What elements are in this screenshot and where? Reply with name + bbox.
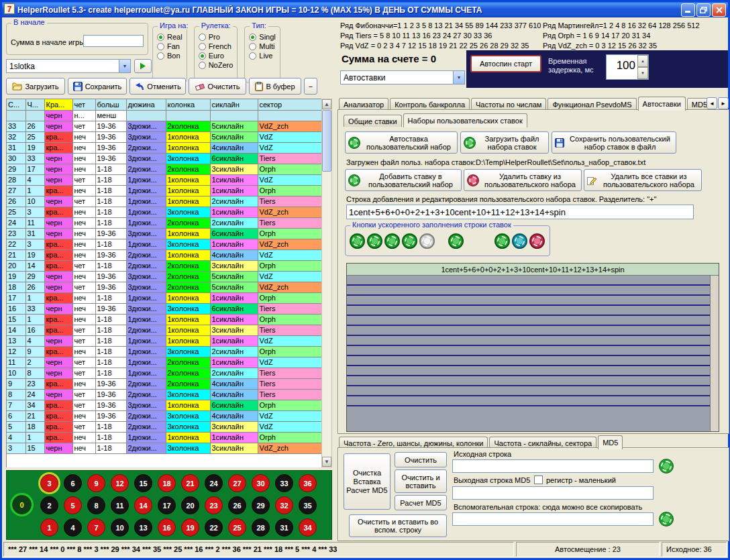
table-row[interactable]: 41кра...неч1-181дюжи...1колонка1сиклайнO… [7,432,321,443]
clear-paste-calc-button[interactable]: Очистка Вставка Расчет MD5 [344,453,390,510]
board-number-19[interactable]: 19 [181,518,199,537]
board-number-27[interactable]: 27 [228,474,246,492]
load-button[interactable]: Загрузить [6,78,65,95]
md5-calc-button[interactable]: Расчет MD5 [395,495,447,510]
clear-button[interactable]: Очистить [189,78,246,95]
quick-chip-3[interactable] [384,233,400,249]
board-number-20[interactable]: 20 [181,496,199,514]
quick-chip-2[interactable] [367,233,382,249]
board-number-22[interactable]: 22 [205,518,223,537]
delay-value[interactable]: 100 [607,55,637,79]
stake-list-row[interactable] [347,326,719,336]
aux-string-input[interactable] [452,512,654,526]
table-row[interactable]: 108чернчет1-181дюжи...2колонка2сиклайнTi… [7,368,321,378]
column-header[interactable]: колонка [166,99,210,110]
stake-list-row[interactable] [347,276,719,286]
table-row[interactable]: 3033черннеч19-363дюжи...3колонка6сиклайн… [7,153,321,164]
board-number-25[interactable]: 25 [228,518,246,537]
md5-output-input[interactable] [452,486,654,500]
slot-combo[interactable]: 1slotka ▼ [6,59,131,73]
stake-list-row[interactable] [347,366,719,376]
radio-live[interactable]: Live [249,52,275,60]
tab-md5-bottom[interactable]: MD5 [598,435,623,449]
column-header[interactable]: сектор [258,99,321,110]
quick-chip-5[interactable] [419,233,435,249]
tabs-scroll-left-button[interactable]: ◄ [707,97,717,109]
board-number-21[interactable]: 21 [181,474,199,492]
board-number-9[interactable]: 9 [87,474,105,492]
stake-list-row[interactable] [347,306,719,316]
board-number-3[interactable]: 3 [40,474,58,492]
table-row[interactable]: 284чернчет1-181дюжи...1колонка1сиклайнVd… [7,174,321,185]
tab-number-frequencies[interactable]: Частоты по числам [471,98,546,110]
stake-list-row[interactable] [347,346,719,356]
table-row[interactable]: 134чернчет1-181дюжи...1колонка1сиклайнVd… [7,335,321,346]
save-button[interactable]: Сохранить [68,78,127,95]
stake-list-row[interactable] [347,316,719,326]
table-row[interactable]: 2014кра...чет1-182дюжи...2колонка3сиклай… [7,260,321,271]
table-row[interactable]: 1416кра...чет1-182дюжи...1колонка3сиклай… [7,325,321,335]
column-header[interactable]: больш [95,99,126,110]
lowercase-checkbox[interactable] [534,475,543,484]
titlebar[interactable]: 7 HelperRoullet 5.3- create helperroulle… [2,2,728,17]
board-number-12[interactable]: 12 [111,474,129,492]
spinner-down-button[interactable]: ▼ [637,67,648,79]
copy-aux-button[interactable] [659,512,674,526]
table-row[interactable]: 253кра...неч1-181дюжи...3колонка1сиклайн… [7,207,321,217]
table-scrollbar[interactable]: ▲ ▼ [321,99,332,467]
stake-list-row[interactable] [347,376,719,386]
restore-button[interactable] [696,3,711,17]
column-header[interactable]: Кра... [44,99,72,110]
table-row[interactable]: 271кра...неч1-181дюжи...1колонка1сиклайн… [7,185,321,196]
subtab-general-stakes[interactable]: Общие ставки [344,115,402,127]
autospin-start-button[interactable]: Автоспин старт [470,55,541,72]
table-row[interactable]: 151кра...неч1-181дюжи...1колонка1сиклайн… [7,314,321,325]
autostakes-combo[interactable]: Автоставки ▼ [340,70,465,85]
source-string-input[interactable] [452,459,654,473]
save-stake-file-button[interactable]: Сохранить пользовательский набор ставок … [552,131,676,154]
scroll-thumb[interactable] [322,110,331,172]
quick-chip-9[interactable] [529,233,545,249]
add-stake-button[interactable]: Добавить ставку в пользовательский набор [345,169,462,191]
column-header[interactable]: дюжина [126,99,166,110]
chevron-down-icon[interactable]: ▼ [119,60,130,72]
play-button[interactable] [134,59,152,73]
table-row[interactable]: 2331черннеч19-363дюжи...1колонка6сиклайн… [7,228,321,239]
md5-clear-paste-aux-button[interactable]: Очистить и вставить во вспом. строку [349,514,447,537]
table-row[interactable]: 112чернчет1-181дюжи...2колонка1сиклайнVd… [7,357,321,368]
tab-analyzer[interactable]: Анализатор [339,98,388,110]
board-number-1[interactable]: 1 [40,518,58,537]
column-header[interactable]: сиклайн [210,99,258,110]
board-number-0[interactable]: 0 [12,495,32,514]
start-sum-input[interactable] [83,35,144,47]
minimize-button[interactable] [681,3,695,17]
table-row[interactable]: 518кра...чет1-182дюжи...3колонка3сиклайн… [7,421,321,432]
table-row[interactable]: 1929черннеч19-363дюжи...2колонка5сиклайн… [7,271,321,282]
stake-list-row[interactable] [347,296,719,306]
stake-list-row[interactable] [347,386,719,396]
quick-chip-7[interactable] [494,233,510,249]
board-number-24[interactable]: 24 [205,474,223,492]
column-header[interactable]: С... [7,99,25,110]
table-row[interactable]: 171кра...неч1-181дюжи...1колонка1сиклайн… [7,292,321,303]
stake-list-row[interactable] [347,286,719,296]
table-row[interactable]: 2411черннеч1-181дюжи...2колонка2сиклайнT… [7,217,321,228]
table-row[interactable]: 3119кра...неч19-362дюжи...1колонка4сикла… [7,142,321,153]
tab-bankroll-control[interactable]: Контроль банкролла [390,98,470,110]
spinner-up-button[interactable]: ▲ [637,55,648,67]
stake-list-row[interactable] [347,356,719,366]
board-number-35[interactable]: 35 [299,496,317,514]
table-row[interactable]: 3326чернчет19-363дюжи...2колонка5сиклайн… [7,121,321,131]
table-row[interactable]: 2119кра...неч19-362дюжи...1колонка4сикла… [7,249,321,260]
scroll-down-button[interactable]: ▼ [322,457,331,467]
board-number-7[interactable]: 7 [87,518,105,537]
remove-all-stakes-button[interactable]: Удалить все ставки из пользовательского … [584,169,702,191]
table-row[interactable]: 1826чернчет19-363дюжи...2колонка5сиклайн… [7,282,321,292]
radio-singl[interactable]: Singl [249,33,275,41]
quick-chip-1[interactable] [350,233,365,249]
board-number-29[interactable]: 29 [252,496,270,514]
board-number-6[interactable]: 6 [64,474,82,492]
md5-clear-button[interactable]: Очистить [395,452,447,467]
table-row[interactable]: 2917черннеч1-182дюжи...2колонка3сиклайнO… [7,164,321,174]
board-number-17[interactable]: 17 [158,496,176,514]
